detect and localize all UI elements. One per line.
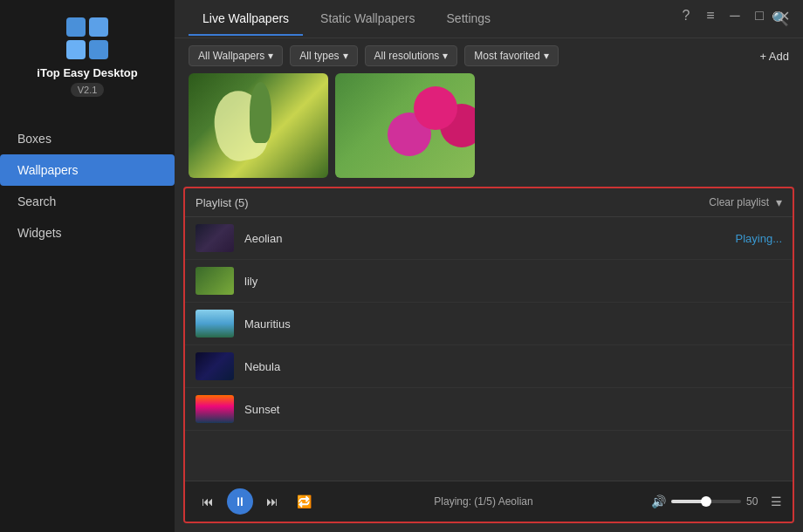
playlist-item-name-lily: lily [244, 275, 782, 288]
playlist-item-name-nebula: Nebula [244, 360, 782, 373]
playlist-items: Aeolian Playing... lily Mauritius Nebula [185, 217, 793, 481]
logo-cell-1 [66, 17, 86, 37]
wallpaper-thumb-flowers[interactable] [335, 73, 475, 178]
chevron-icon-3: ▾ [443, 50, 448, 62]
filter-all-wallpapers-label: All Wallpapers [198, 50, 264, 62]
next-button[interactable]: ⏭ [260, 489, 285, 514]
app-name: iTop Easy Desktop [37, 66, 137, 79]
filter-all-types-label: All types [299, 50, 339, 62]
sidebar-item-wallpapers[interactable]: Wallpapers [0, 154, 175, 186]
close-button[interactable]: ✕ [775, 7, 793, 24]
title-bar: ? ≡ ─ □ ✕ [667, 0, 803, 31]
playlist-item-name-mauritius: Mauritius [244, 317, 782, 331]
playlist-item-sunset[interactable]: Sunset [185, 388, 793, 431]
playlist-item-aeolian[interactable]: Aeolian Playing... [185, 217, 793, 260]
tab-settings[interactable]: Settings [433, 3, 505, 36]
filter-most-favorited[interactable]: Most favorited ▾ [464, 45, 558, 66]
logo-cell-2 [89, 17, 108, 37]
maximize-button[interactable]: □ [751, 7, 768, 24]
previous-button[interactable]: ⏮ [196, 489, 220, 514]
chevron-icon-4: ▾ [544, 50, 549, 62]
sidebar-item-boxes[interactable]: Boxes [0, 123, 175, 154]
playlist-menu-icon[interactable]: ☰ [771, 494, 782, 508]
playlist-thumb-mauritius [196, 310, 234, 338]
sidebar-item-widgets[interactable]: Widgets [0, 217, 175, 249]
playlist-collapse-icon[interactable]: ▾ [776, 195, 782, 209]
filter-most-favorited-label: Most favorited [474, 50, 539, 62]
playlist-item-mauritius[interactable]: Mauritius [185, 303, 793, 345]
volume-slider[interactable] [671, 500, 741, 503]
logo-cell-3 [66, 40, 86, 59]
wallpaper-thumb-lily[interactable] [189, 73, 328, 178]
pause-button[interactable]: ⏸ [227, 488, 253, 515]
playlist-thumb-sunset [196, 395, 234, 423]
playlist-thumb-lily [196, 267, 234, 295]
playlist-item-lily[interactable]: lily [185, 260, 793, 303]
repeat-button[interactable]: 🔁 [292, 489, 316, 514]
add-button[interactable]: + Add [759, 50, 789, 63]
filter-all-types[interactable]: All types ▾ [290, 45, 357, 66]
filter-all-resolutions-label: All resolutions [374, 50, 440, 62]
volume-icon: 🔊 [651, 494, 666, 508]
playlist-title: Playlist (5) [196, 196, 249, 209]
wallpaper-grid [175, 73, 803, 187]
app-logo [66, 17, 108, 59]
playlist-header: Playlist (5) Clear playlist ▾ [185, 188, 793, 217]
main-content: ? ≡ ─ □ ✕ Live Wallpapers Static Wallpap… [175, 0, 803, 532]
playlist-thumb-aeolian [196, 224, 234, 252]
filter-all-resolutions[interactable]: All resolutions ▾ [365, 45, 458, 66]
volume-value: 50 [746, 495, 764, 508]
playlist-item-nebula[interactable]: Nebula [185, 345, 793, 388]
chevron-icon-2: ▾ [343, 50, 348, 62]
playlist-item-name-aeolian: Aeolian [244, 232, 725, 245]
sidebar-item-search[interactable]: Search [0, 186, 175, 217]
tab-static-wallpapers[interactable]: Static Wallpapers [306, 3, 429, 36]
playlist-playing-status: Playing... [736, 232, 782, 245]
volume-section: 🔊 50 [651, 494, 764, 508]
filter-all-wallpapers[interactable]: All Wallpapers ▾ [189, 45, 283, 66]
menu-button[interactable]: ≡ [702, 7, 719, 24]
logo-cell-4 [89, 40, 108, 59]
logo-container: iTop Easy Desktop V2.1 [37, 17, 137, 97]
playlist-thumb-nebula [196, 352, 234, 380]
playlist-actions: Clear playlist ▾ [709, 195, 782, 209]
version-badge: V2.1 [71, 83, 105, 97]
tab-live-wallpapers[interactable]: Live Wallpapers [189, 3, 303, 36]
playlist-item-name-sunset: Sunset [244, 403, 782, 416]
playback-bar: ⏮ ⏸ ⏭ 🔁 Playing: (1/5) Aeolian 🔊 50 ☰ [185, 481, 793, 522]
clear-playlist-button[interactable]: Clear playlist [709, 196, 769, 208]
help-button[interactable]: ? [677, 7, 695, 24]
sidebar: iTop Easy Desktop V2.1 Boxes Wallpapers … [0, 0, 175, 532]
chevron-icon: ▾ [268, 50, 273, 62]
playing-info: Playing: (1/5) Aeolian [323, 495, 644, 508]
playlist-section: Playlist (5) Clear playlist ▾ Aeolian Pl… [183, 187, 794, 523]
volume-knob[interactable] [701, 496, 711, 507]
minimize-button[interactable]: ─ [726, 7, 744, 24]
filter-bar: All Wallpapers ▾ All types ▾ All resolut… [175, 38, 803, 73]
